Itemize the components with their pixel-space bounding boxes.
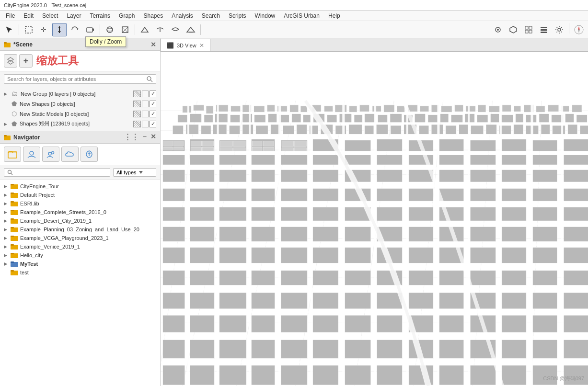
tree-item-cityengine-tour[interactable]: ▶ CityEngine_Tour: [0, 182, 160, 191]
tree-item-esri-lib[interactable]: ▶ ESRI.lib: [0, 199, 160, 208]
navigator-drag-handle[interactable]: ⋮⋮: [124, 133, 139, 142]
viewport-3d[interactable]: // This won't work in SVG, so we'll just…: [161, 52, 588, 386]
tree-item-planning-03[interactable]: ▶ Example_Planning_03_Zoning_and_Land_Us…: [0, 225, 160, 234]
select-rect-btn[interactable]: [22, 23, 36, 36]
tree-item-complete-streets[interactable]: ▶ Example_Complete_Streets_2016_0: [0, 208, 160, 216]
svg-rect-255: [190, 188, 214, 201]
move-btn[interactable]: ✛: [37, 23, 51, 36]
scene-folder-icon: [4, 41, 11, 48]
svg-rect-229: [251, 155, 275, 165]
menu-search[interactable]: Search: [198, 11, 224, 20]
svg-rect-235: [439, 155, 463, 165]
svg-rect-226: [163, 155, 185, 165]
svg-rect-355: [251, 340, 275, 359]
scene-add-btn[interactable]: +: [19, 54, 33, 68]
cube-btn[interactable]: [506, 23, 520, 36]
svg-rect-398: [282, 148, 294, 151]
dolly-zoom-btn[interactable]: [52, 23, 67, 36]
tab-close-btn[interactable]: ✕: [199, 42, 204, 49]
tree-item-vcga[interactable]: ▶ Example_VCGA_Playground_2023_1: [0, 234, 160, 242]
select-tool-btn[interactable]: [2, 23, 16, 36]
svg-rect-272: [281, 207, 307, 221]
svg-rect-143: [428, 114, 438, 122]
svg-rect-314: [281, 271, 307, 285]
layer-checkbox[interactable]: ✓: [150, 111, 156, 117]
tree-item-venice[interactable]: ▶ Example_Venice_2019_1: [0, 242, 160, 251]
menu-graph[interactable]: Graph: [115, 11, 138, 20]
render-btn[interactable]: [491, 23, 505, 36]
svg-rect-65: [11, 253, 14, 254]
svg-rect-395: [263, 147, 274, 151]
menu-layer[interactable]: Layer: [63, 11, 85, 20]
layer-expand-arrow: ▶: [4, 91, 9, 96]
tree-item-hello-city[interactable]: ▶ Hello_city: [0, 251, 160, 260]
tree-item-desert-city[interactable]: ▶ Example_Desert_City_2019_1: [0, 216, 160, 225]
svg-rect-223: [502, 139, 526, 151]
svg-rect-178: [471, 125, 484, 134]
svg-rect-245: [313, 170, 338, 182]
layer-name: New Shapes [0 objects]: [20, 101, 130, 107]
separator-3: [135, 24, 135, 35]
tree-item-default-project[interactable]: ▶ Default Project: [0, 191, 160, 199]
layer-item[interactable]: ▶ ⬟ Shapes 郑州 [123619 objects] ✓: [0, 119, 160, 129]
menu-arcgis-urban[interactable]: ArcGIS Urban: [280, 11, 323, 20]
grid-btn[interactable]: [521, 23, 536, 36]
scene-panel-close[interactable]: ✕: [150, 41, 156, 48]
menu-scripts[interactable]: Scripts: [225, 11, 250, 20]
svg-marker-3: [58, 26, 61, 28]
tree-item-mytest[interactable]: ▶ MyTest: [0, 260, 160, 268]
svg-rect-351: [564, 315, 588, 332]
menu-window[interactable]: Window: [251, 11, 279, 20]
nav-perspective-btn[interactable]: [184, 23, 198, 36]
tree-item-label: Example_VCGA_Playground_2023_1: [20, 235, 109, 241]
menu-analysis[interactable]: Analysis: [168, 11, 197, 20]
city-3d-view: // This won't work in SVG, so we'll just…: [161, 52, 588, 386]
compass-btn[interactable]: [572, 23, 586, 36]
svg-rect-338: [163, 315, 185, 332]
layer-checkbox[interactable]: ✓: [150, 121, 156, 127]
menu-terrains[interactable]: Terrains: [86, 11, 114, 20]
layer-checkbox[interactable]: ✓: [150, 101, 156, 107]
menu-select[interactable]: Select: [38, 11, 62, 20]
nav-esri-btn[interactable]: [81, 147, 98, 162]
camera-btn[interactable]: [83, 23, 97, 36]
tree-item-label: Example_Complete_Streets_2016_0: [20, 209, 106, 215]
layers-view-btn[interactable]: [537, 23, 551, 36]
nav-front-btn[interactable]: [153, 23, 167, 36]
navigator-minimize[interactable]: −: [143, 133, 147, 142]
svg-rect-63: [11, 244, 14, 246]
layer-item[interactable]: ▶ 🗂 New Group [0 layers | 0 objects] ✓: [0, 89, 160, 99]
nav-side-btn[interactable]: [168, 23, 183, 36]
nav-cloud-btn[interactable]: [61, 147, 79, 162]
scene-layer-icon-btn[interactable]: [4, 54, 17, 68]
nav-users-btn[interactable]: [23, 147, 40, 162]
nav-orbit-btn[interactable]: [103, 23, 117, 36]
layer-search-input[interactable]: [7, 76, 146, 82]
menu-edit[interactable]: Edit: [20, 11, 37, 20]
nav-local-files-btn[interactable]: [4, 147, 21, 162]
nav-search-input[interactable]: [13, 170, 107, 175]
nav-groups-btn[interactable]: [42, 147, 59, 162]
settings-btn[interactable]: [552, 23, 566, 36]
nav-top-btn[interactable]: [138, 23, 152, 36]
tab-3d-view[interactable]: ⬛ 3D View ✕: [161, 39, 210, 51]
svg-rect-101: [324, 106, 333, 112]
svg-rect-266: [533, 188, 557, 201]
navigator-panel-close[interactable]: ✕: [150, 133, 156, 142]
svg-rect-368: [219, 365, 246, 385]
svg-rect-318: [409, 271, 433, 285]
layer-item[interactable]: ⬡ New Static Models [0 objects] ✓: [0, 109, 160, 119]
main-layout: *Scene ✕ + 缩放工具 ▶ 🗂: [0, 38, 588, 386]
nav-home-btn[interactable]: [118, 23, 132, 36]
menu-shapes[interactable]: Shapes: [139, 11, 167, 20]
menu-help[interactable]: Help: [324, 11, 344, 20]
svg-rect-312: [219, 271, 246, 285]
layer-item[interactable]: ⬟ New Shapes [0 objects] ✓: [0, 99, 160, 109]
tree-arrow: ▶: [4, 218, 9, 223]
nav-filter-dropdown[interactable]: All types: [113, 168, 156, 177]
folder-icon: [11, 243, 18, 250]
layer-checkbox[interactable]: ✓: [150, 91, 156, 97]
menu-file[interactable]: File: [2, 11, 19, 20]
rotate-btn[interactable]: [68, 23, 82, 36]
tree-item-test[interactable]: test: [0, 268, 160, 277]
